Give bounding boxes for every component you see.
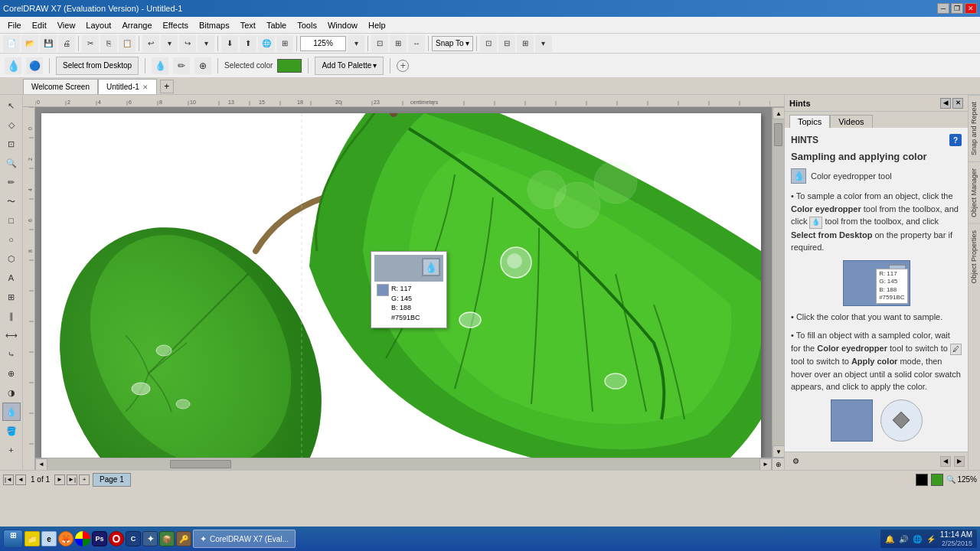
minimize-btn[interactable]: ─ — [937, 3, 949, 14]
tool-ellipse[interactable]: ○ — [2, 230, 21, 249]
tool-add-page[interactable]: + — [2, 441, 21, 459]
menu-bitmaps[interactable]: Bitmaps — [194, 19, 234, 31]
new-btn[interactable]: 📄 — [3, 35, 20, 52]
add-circle-btn[interactable]: + — [397, 60, 409, 72]
tool-connector[interactable]: ⤷ — [2, 345, 21, 364]
add-tab-btn[interactable]: + — [160, 80, 174, 93]
options4-btn[interactable]: ▾ — [535, 35, 552, 52]
tool-parallel[interactable]: ∥ — [2, 307, 21, 325]
scroll-left-btn[interactable]: ◄ — [35, 458, 47, 471]
scroll-up-btn[interactable]: ▲ — [773, 107, 784, 119]
menu-tools[interactable]: Tools — [292, 19, 322, 31]
undo-drop-btn[interactable]: ▾ — [161, 35, 178, 52]
menu-view[interactable]: View — [53, 19, 80, 31]
export-btn[interactable]: ⬆ — [240, 35, 256, 52]
import-btn[interactable]: ⬇ — [221, 35, 238, 52]
start-button[interactable]: ⊞ — [3, 530, 23, 548]
tool-table[interactable]: ⊞ — [2, 288, 21, 306]
menu-window[interactable]: Window — [323, 19, 362, 31]
taskbar-app2[interactable]: 🔑 — [176, 531, 191, 546]
tool-blend[interactable]: ⊕ — [2, 364, 21, 383]
tool-crop[interactable]: ⊡ — [2, 135, 21, 153]
scroll-v-thumb[interactable] — [774, 123, 782, 146]
menu-text[interactable]: Text — [236, 19, 260, 31]
tool-zoom[interactable]: 🔍 — [2, 154, 21, 172]
cut-btn[interactable]: ✂ — [82, 35, 99, 52]
taskbar-chrome[interactable] — [75, 531, 90, 546]
select-from-desktop-btn[interactable]: Select from Desktop — [56, 57, 139, 75]
undo-btn[interactable]: ↩ — [142, 35, 159, 52]
add-to-palette-btn[interactable]: Add To Palette ▾ — [315, 57, 384, 75]
tool-color-eyedropper[interactable]: 💧 — [2, 403, 21, 421]
taskbar-ps[interactable]: Ps — [92, 531, 107, 546]
hints-tab-videos[interactable]: Videos — [830, 115, 872, 128]
tool-transparency[interactable]: ◑ — [2, 383, 21, 402]
tab-untitled1[interactable]: Untitled-1 ✕ — [98, 79, 157, 94]
scroll-right-btn[interactable]: ► — [760, 458, 772, 471]
tool-text[interactable]: A — [2, 269, 21, 287]
eyedropper-tool-icon[interactable]: 💧 — [5, 57, 21, 74]
zoom-input[interactable] — [300, 36, 346, 51]
scroll-h-thumb[interactable] — [170, 460, 231, 468]
restore-btn[interactable]: ❐ — [951, 3, 963, 14]
options2-btn[interactable]: ⊟ — [498, 35, 515, 52]
tool-pick[interactable]: ↖ — [2, 96, 21, 115]
side-tab-object-manager[interactable]: Object Manager — [969, 161, 980, 223]
prev-page-btn[interactable]: ◄ — [15, 474, 26, 485]
menu-layout[interactable]: Layout — [81, 19, 116, 31]
redo-btn[interactable]: ↪ — [179, 35, 196, 52]
taskbar-coreldraw1[interactable]: C — [126, 531, 141, 546]
tab-close-icon[interactable]: ✕ — [142, 83, 149, 91]
side-tab-object-properties[interactable]: Object Properties — [969, 223, 980, 290]
first-page-btn[interactable]: |◄ — [3, 474, 14, 485]
taskbar-firefox[interactable]: 🦊 — [58, 531, 74, 546]
taskbar-app1[interactable]: 📦 — [159, 531, 175, 546]
zoom-level-icon[interactable]: ⊕ — [773, 458, 784, 470]
hints-settings-btn[interactable]: ⚙ — [788, 455, 803, 468]
taskbar-explorer[interactable]: 📁 — [24, 531, 40, 546]
scroll-down-btn[interactable]: ▼ — [773, 445, 784, 458]
open-btn[interactable]: 📂 — [21, 35, 38, 52]
menu-help[interactable]: Help — [364, 19, 390, 31]
hints-close-btn[interactable]: ✕ — [952, 98, 963, 109]
tool-smart-draw[interactable]: 〜 — [2, 192, 21, 210]
copy-btn[interactable]: ⎘ — [100, 35, 117, 52]
snap-to-btn[interactable]: Snap To ▾ — [432, 36, 473, 51]
zoom-drop-btn[interactable]: ▾ — [348, 35, 364, 52]
menu-file[interactable]: File — [3, 19, 26, 31]
taskbar-coreldraw2[interactable]: ✦ — [142, 531, 158, 546]
page-tab[interactable]: Page 1 — [93, 473, 131, 487]
save-btn[interactable]: 💾 — [40, 35, 57, 52]
taskbar-ie[interactable]: e — [41, 531, 57, 546]
tool-dimension[interactable]: ⟷ — [2, 326, 21, 344]
tab-welcome-screen[interactable]: Welcome Screen — [23, 79, 98, 94]
close-btn[interactable]: ✕ — [965, 3, 977, 14]
zoom-width-btn[interactable]: ↔ — [408, 35, 425, 52]
hints-tab-topics[interactable]: Topics — [789, 115, 830, 128]
hints-pin-btn[interactable]: ◀ — [940, 98, 951, 109]
app-launcher-btn[interactable]: ⊞ — [276, 35, 293, 52]
tool-rect[interactable]: □ — [2, 211, 21, 230]
tool-shape[interactable]: ◇ — [2, 116, 21, 134]
side-tab-snap-repeat[interactable]: Snap and Repeat — [969, 95, 980, 161]
taskbar-opera[interactable]: O — [109, 531, 124, 546]
eyedropper2-tool-icon[interactable]: 🔵 — [26, 57, 43, 74]
hints-nav-left[interactable]: ◀ — [940, 456, 951, 467]
hints-nav-right[interactable]: ▶ — [954, 456, 965, 467]
tool-polygon[interactable]: ⬡ — [2, 249, 21, 268]
color-swatch[interactable] — [277, 59, 302, 73]
menu-table[interactable]: Table — [262, 19, 291, 31]
options1-btn[interactable]: ⊡ — [480, 35, 497, 52]
next-page-btn[interactable]: ► — [54, 474, 65, 485]
taskbar-active-app[interactable]: ✦ CorelDRAW X7 (Eval... — [193, 530, 296, 548]
options3-btn[interactable]: ⊞ — [517, 35, 534, 52]
zoom-page-btn[interactable]: ⊞ — [390, 35, 407, 52]
redo-drop-btn[interactable]: ▾ — [198, 35, 214, 52]
zoom-out-btn[interactable]: 🔍 — [946, 475, 956, 484]
menu-edit[interactable]: Edit — [28, 19, 51, 31]
menu-arrange[interactable]: Arrange — [117, 19, 156, 31]
paste-btn[interactable]: 📋 — [119, 35, 136, 52]
add-page-btn[interactable]: + — [79, 474, 90, 485]
publish-btn[interactable]: 🌐 — [258, 35, 275, 52]
menu-effects[interactable]: Effects — [158, 19, 193, 31]
